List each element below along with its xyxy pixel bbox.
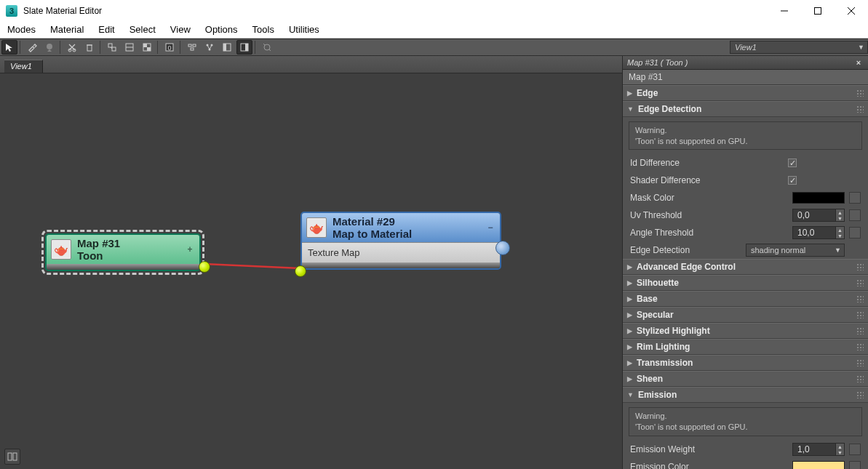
menu-utilities[interactable]: Utilities — [282, 22, 327, 38]
map-slot-button[interactable] — [849, 192, 861, 204]
svg-rect-9 — [108, 44, 112, 47]
param-uv-threshold: Uv Threshold 0,0 ▲▼ — [623, 207, 868, 224]
minimize-button[interactable] — [768, 0, 801, 22]
parameters-header[interactable]: Map #31 ( Toon ) × — [623, 56, 868, 70]
plus-icon[interactable]: + — [185, 244, 195, 254]
output-socket[interactable] — [199, 261, 210, 273]
rollup-emission[interactable]: ▼ Emission — [623, 387, 868, 403]
menu-tools[interactable]: Tools — [245, 22, 282, 38]
delete-icon[interactable] — [81, 40, 97, 55]
map-slot-button[interactable] — [849, 227, 861, 238]
param-emission-color: Emission Color — [623, 458, 868, 469]
menu-edit[interactable]: Edit — [91, 22, 122, 38]
cut-icon[interactable] — [64, 40, 80, 55]
rollup-label: Edge Detection — [638, 104, 701, 114]
layout-all-icon[interactable] — [184, 40, 200, 55]
node-map-toon[interactable]: 🫖 Map #31 Toon + — [45, 233, 201, 271]
drag-grip-icon[interactable] — [856, 391, 864, 398]
node-collapse-bar[interactable] — [302, 262, 500, 268]
node-row-texture-map[interactable]: Texture Map — [302, 242, 500, 262]
input-socket-texture[interactable] — [295, 265, 306, 277]
menu-options[interactable]: Options — [198, 22, 245, 38]
rollup-advanced-edge-control[interactable]: ▶Advanced Edge Control — [623, 259, 868, 275]
rollup-label: Edge — [637, 88, 658, 98]
dock-icon[interactable] — [219, 40, 235, 55]
mask-color-swatch[interactable] — [792, 192, 845, 204]
layout-children-icon[interactable] — [202, 40, 218, 55]
param-emission-weight: Emission Weight 1,0 ▲▼ — [623, 441, 868, 458]
svg-point-29 — [264, 44, 270, 50]
rollup-stylized-highlight[interactable]: ▶Stylized Highlight — [623, 323, 868, 339]
spinner-emission-weight[interactable]: 1,0 ▲▼ — [792, 443, 845, 456]
view-selector[interactable]: View1 ▼ — [730, 41, 868, 54]
svg-rect-7 — [87, 45, 92, 51]
parameters-panel: Map #31 ( Toon ) × Map #31 ▶ Edge ▼ Edge… — [622, 56, 868, 469]
spinner-angle-threshold[interactable]: 10,0 ▲▼ — [792, 226, 845, 239]
svg-rect-19 — [188, 44, 191, 47]
rollup-transmission[interactable]: ▶Transmission — [623, 355, 868, 371]
emission-color-swatch[interactable] — [792, 461, 845, 469]
param-mask-color: Mask Color — [623, 189, 868, 207]
node-title: Map #31 — [77, 237, 185, 249]
select-by-material-icon[interactable] — [259, 40, 275, 55]
node-canvas-wrap: View1 🫖 Map #31 Toon + — [0, 56, 622, 469]
rollup-sheen[interactable]: ▶Sheen — [623, 371, 868, 387]
rollup-label: Emission — [638, 390, 677, 400]
select-tool-icon[interactable] — [1, 40, 17, 55]
maximize-button[interactable] — [801, 0, 835, 22]
menu-material[interactable]: Material — [43, 22, 91, 38]
node-header[interactable]: 🫖 Map #31 Toon + — [47, 235, 199, 264]
rollup-specular[interactable]: ▶Specular — [623, 307, 868, 323]
menu-select[interactable]: Select — [122, 22, 163, 38]
svg-rect-21 — [191, 48, 194, 50]
checkbox-shader-difference[interactable]: ✓ — [788, 176, 797, 185]
param-shader-difference: Shader Difference ✓ — [623, 172, 868, 189]
checkbox-id-difference[interactable]: ✓ — [788, 159, 797, 167]
map-name-field[interactable]: Map #31 — [623, 70, 868, 85]
map-slot-button[interactable] — [849, 461, 861, 469]
chevron-down-icon: ▼ — [627, 391, 634, 398]
navigator-icon[interactable] — [4, 449, 20, 465]
menu-modes[interactable]: Modes — [0, 22, 43, 38]
view-selector-label: View1 — [735, 43, 757, 52]
close-button[interactable] — [835, 0, 868, 22]
rollup-rim-lighting[interactable]: ▶Rim Lighting — [623, 339, 868, 355]
spinner-uv-threshold[interactable]: 0,0 ▲▼ — [792, 209, 845, 222]
menu-view[interactable]: View — [163, 22, 198, 38]
minus-icon[interactable]: − — [485, 223, 495, 233]
canvas-tab-view1[interactable]: View1 — [4, 60, 43, 73]
material-browser-icon[interactable] — [236, 40, 252, 55]
node-material-map-to-material[interactable]: 🫖 Material #29 Map to Material − Texture… — [300, 212, 501, 270]
hide-unused-icon[interactable] — [122, 40, 138, 55]
output-socket[interactable] — [495, 241, 510, 255]
toolbar: 0 View1 ▼ — [0, 39, 868, 56]
rollup-base[interactable]: ▶Base — [623, 291, 868, 307]
svg-rect-32 — [13, 453, 17, 460]
assign-material-icon[interactable] — [41, 40, 57, 55]
close-icon[interactable]: × — [853, 57, 864, 68]
move-children-icon[interactable] — [104, 40, 120, 55]
rollup-edge-detection[interactable]: ▼ Edge Detection — [623, 101, 868, 117]
drag-grip-icon[interactable] — [856, 89, 864, 97]
node-collapse-bar[interactable] — [47, 264, 199, 270]
dropdown-edge-detection[interactable]: shading normal ▼ — [746, 244, 845, 257]
svg-rect-15 — [143, 44, 147, 47]
canvas-tabstrip: View1 — [0, 56, 622, 73]
svg-rect-31 — [8, 453, 12, 460]
chevron-down-icon: ▼ — [858, 44, 864, 51]
node-header[interactable]: 🫖 Material #29 Map to Material − — [302, 213, 500, 242]
gpu-warning-box: Warning. 'Toon' is not supported on GPU. — [629, 121, 862, 151]
show-background-icon[interactable]: 0 — [162, 40, 178, 55]
rollup-silhouette[interactable]: ▶Silhouette — [623, 275, 868, 291]
show-map-icon[interactable] — [139, 40, 155, 55]
title-bar: 3 Slate Material Editor — [0, 0, 868, 22]
rollup-edge[interactable]: ▶ Edge — [623, 85, 868, 101]
eyedropper-icon[interactable] — [24, 40, 40, 55]
drag-grip-icon[interactable] — [856, 105, 864, 113]
map-slot-button[interactable] — [849, 444, 861, 455]
node-canvas[interactable]: 🫖 Map #31 Toon + 🫖 — [0, 73, 622, 469]
param-id-difference: Id Difference ✓ — [623, 154, 868, 172]
param-angle-threshold: Angle Threshold 10,0 ▲▼ — [623, 224, 868, 241]
menu-bar: Modes Material Edit Select View Options … — [0, 22, 868, 39]
map-slot-button[interactable] — [849, 209, 861, 221]
